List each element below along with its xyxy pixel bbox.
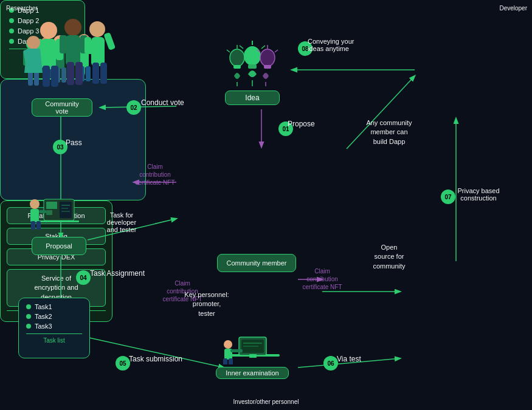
svg-rect-93 xyxy=(38,220,79,222)
svg-point-36 xyxy=(230,49,244,66)
svg-rect-74 xyxy=(35,50,40,65)
task-item-2: Task2 xyxy=(26,313,82,320)
svg-rect-62 xyxy=(60,35,67,53)
svg-rect-96 xyxy=(39,210,46,213)
svg-point-54 xyxy=(40,22,57,39)
svg-rect-70 xyxy=(92,63,99,84)
investor-label: Investor/other personnel xyxy=(233,398,299,405)
claim-nft-label-1: Claimcontributioncertificate NFT xyxy=(131,163,179,186)
svg-rect-55 xyxy=(41,39,56,69)
step-04: 04 xyxy=(76,270,91,285)
key-personnel-label: Key personnel:promoter,tester xyxy=(179,290,234,318)
step-06: 06 xyxy=(323,356,338,371)
svg-line-39 xyxy=(227,50,230,52)
svg-point-72 xyxy=(27,36,40,49)
laptop-illustration xyxy=(26,181,80,232)
svg-rect-98 xyxy=(36,221,41,230)
any-community-label: Any communitymember canbuild Dapp xyxy=(359,118,420,146)
svg-rect-67 xyxy=(91,37,105,66)
svg-rect-47 xyxy=(264,65,271,69)
svg-rect-85 xyxy=(229,358,233,364)
task-for-developer-label: Task fordeveloperand tester xyxy=(94,211,149,233)
community-member-box: Community member xyxy=(217,254,296,272)
svg-rect-95 xyxy=(30,209,39,222)
svg-rect-61 xyxy=(66,35,80,66)
step-07-label: Privacy basedconstruction xyxy=(451,187,506,202)
svg-rect-77 xyxy=(249,354,257,358)
svg-point-81 xyxy=(224,340,232,349)
svg-rect-97 xyxy=(31,221,35,230)
svg-rect-88 xyxy=(46,210,52,215)
step-08-label: Conveying yourideas anytime xyxy=(308,38,387,52)
task-item-1: Task1 xyxy=(26,303,82,310)
svg-point-41 xyxy=(244,46,261,66)
idea-area: Idea xyxy=(225,36,280,105)
proposal-box: Proposal xyxy=(32,237,86,255)
step-02: 02 xyxy=(126,100,141,115)
inner-exam-area: Inner examination xyxy=(216,331,289,379)
svg-point-46 xyxy=(260,49,275,66)
svg-rect-59 xyxy=(51,66,58,87)
step-05-label: Task submission xyxy=(129,355,182,363)
svg-rect-69 xyxy=(85,37,91,54)
svg-rect-71 xyxy=(100,63,107,84)
svg-rect-65 xyxy=(75,62,83,85)
developer-label: Developer xyxy=(499,5,527,12)
task-list-label: Task list xyxy=(26,333,82,344)
claim-nft-label-3: Claimcontributioncertificate NFT xyxy=(298,267,347,291)
svg-rect-37 xyxy=(233,65,241,69)
svg-rect-89 xyxy=(60,202,72,218)
svg-rect-68 xyxy=(103,32,116,50)
step-05: 05 xyxy=(116,356,130,371)
step-03-label: Pass xyxy=(66,138,82,147)
svg-line-45 xyxy=(261,46,265,49)
task-list-box: Task1 Task2 Task3 Task list xyxy=(18,298,90,358)
svg-rect-58 xyxy=(43,66,50,87)
svg-rect-83 xyxy=(230,349,243,352)
step-04-label: Task Assignment xyxy=(90,269,145,278)
community-vote-box: Community vote xyxy=(32,98,92,117)
step-01-label: Propose xyxy=(288,120,315,128)
svg-line-50 xyxy=(275,50,278,52)
researcher-label: Researcher xyxy=(6,5,38,12)
svg-point-60 xyxy=(64,19,81,36)
idea-label: Idea xyxy=(225,91,280,105)
step-02-label: Conduct vote xyxy=(141,98,184,107)
svg-rect-84 xyxy=(223,358,227,364)
diagram-container: 02 03 04 05 06 07 08 01 Conduct vote Pas… xyxy=(0,0,532,410)
svg-rect-87 xyxy=(46,202,57,209)
svg-rect-64 xyxy=(67,62,74,85)
task-item-3: Task3 xyxy=(26,323,82,330)
svg-line-44 xyxy=(240,46,243,49)
step-06-label: Via test xyxy=(337,355,361,363)
open-source-label: Opensource forcommunity xyxy=(365,243,413,271)
svg-point-66 xyxy=(89,21,105,37)
inner-exam-label: Inner examination xyxy=(216,367,289,379)
svg-point-94 xyxy=(30,199,40,209)
svg-rect-42 xyxy=(248,64,257,69)
